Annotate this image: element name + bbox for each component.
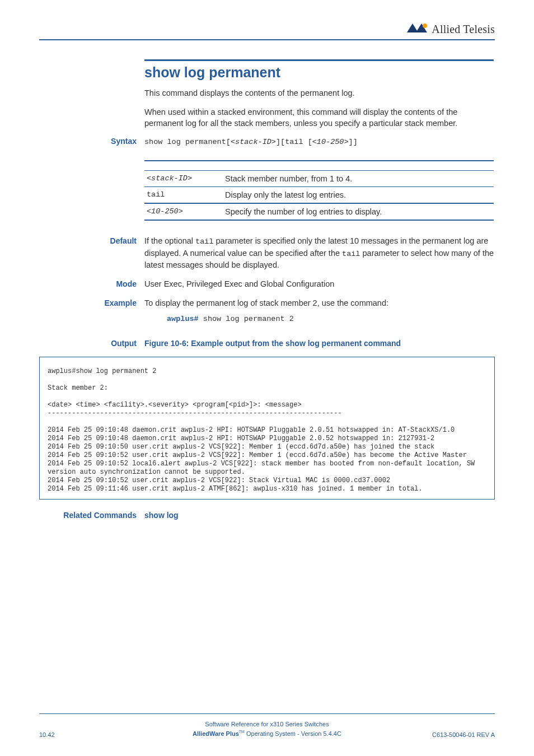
param-name: tail <box>144 187 223 204</box>
footer-center: Software Reference for x310 Series Switc… <box>118 720 416 738</box>
related-commands-row: Related Commands show log <box>39 511 495 520</box>
footer-page-number: 10.42 <box>39 731 118 738</box>
param-desc: Stack member number, from 1 to 4. <box>223 171 494 187</box>
table-row: tail Display only the latest log entries… <box>144 187 494 204</box>
footer-line1: Software Reference for x310 Series Switc… <box>118 720 416 729</box>
default-pre: If the optional <box>144 236 195 245</box>
param-name: <stack-ID> <box>144 171 223 187</box>
page-header: Allied Telesis <box>39 22 495 40</box>
intro-paragraph-1: This command displays the contents of th… <box>144 87 494 99</box>
syntax-prefix: show log permanent[ <box>144 138 231 146</box>
page-footer: 10.42 Software Reference for x310 Series… <box>39 713 495 738</box>
footer-rev: C613-50046-01 REV A <box>416 731 495 738</box>
syntax-label: Syntax <box>39 137 144 146</box>
table-row: <10-250> Specify the number of log entri… <box>144 203 494 220</box>
mode-text: User Exec, Privileged Exec and Global Co… <box>144 278 495 290</box>
footer-product: AlliedWare Plus <box>193 730 239 737</box>
param-name: <10-250> <box>144 203 223 220</box>
default-label: Default <box>39 236 144 245</box>
footer-line2: AlliedWare PlusTM Operating System - Ver… <box>118 729 416 739</box>
related-link[interactable]: show log <box>144 511 179 520</box>
default-code1: tail <box>195 237 213 246</box>
syntax-stack-id: <stack-ID> <box>231 138 276 146</box>
syntax-row: Syntax show log permanent[<stack-ID>][ta… <box>39 137 495 148</box>
footer-version: Operating System - Version 5.4.4C <box>245 730 341 737</box>
syntax-range: <10-250> <box>312 138 349 146</box>
command-title: show log permanent <box>144 64 494 81</box>
syntax-text: show log permanent[<stack-ID>][tail [<10… <box>144 137 495 148</box>
footer-tm: TM <box>239 730 245 734</box>
heading-rule <box>144 59 494 61</box>
param-desc: Display only the latest log entries. <box>223 187 494 204</box>
svg-point-0 <box>423 24 427 28</box>
example-intro: To display the permanent log of stack me… <box>144 298 388 307</box>
example-command: awplus# show log permanent 2 <box>167 314 495 325</box>
param-desc: Specify the number of log entries to dis… <box>223 203 494 220</box>
output-block: awplus#show log permanent 2 Stack member… <box>39 357 495 500</box>
example-text: To display the permanent log of stack me… <box>144 297 495 325</box>
intro-paragraph-2: When used within a stacked environment, … <box>144 106 494 129</box>
parameter-table: <stack-ID> Stack member number, from 1 t… <box>144 160 494 221</box>
syntax-mid: ][tail [ <box>276 138 312 146</box>
example-prompt: awplus# <box>167 315 199 323</box>
default-text: If the optional tail parameter is specif… <box>144 235 495 270</box>
example-row: Example To display the permanent log of … <box>39 297 495 325</box>
example-label: Example <box>39 298 144 307</box>
mode-label: Mode <box>39 279 144 288</box>
output-label: Output <box>39 339 144 348</box>
table-row: <stack-ID> Stack member number, from 1 t… <box>144 171 494 187</box>
example-cmd-text: show log permanent 2 <box>199 315 294 323</box>
default-code2: tail <box>342 250 360 258</box>
brand-text: Allied Telesis <box>432 23 495 36</box>
syntax-suffix: ]] <box>349 138 358 146</box>
brand-mark-icon <box>406 22 429 36</box>
default-row: Default If the optional tail parameter i… <box>39 235 495 270</box>
related-label: Related Commands <box>39 511 144 520</box>
mode-row: Mode User Exec, Privileged Exec and Glob… <box>39 278 495 290</box>
output-caption: Figure 10-6: Example output from the sho… <box>144 338 495 349</box>
brand-logo: Allied Telesis <box>406 22 495 36</box>
output-row: Output Figure 10-6: Example output from … <box>39 338 495 349</box>
